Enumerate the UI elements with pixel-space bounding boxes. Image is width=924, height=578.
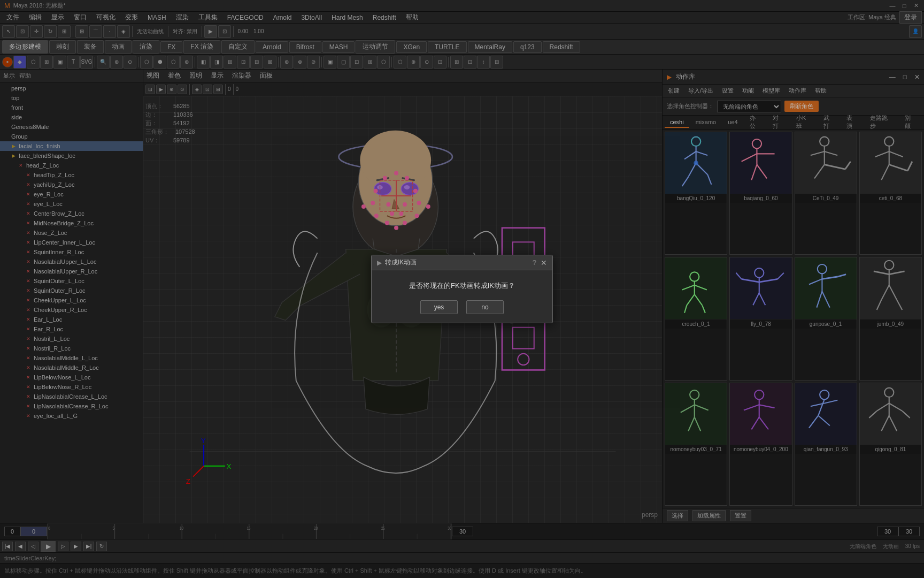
dialog-question-mark: ?: [533, 258, 536, 267]
dialog-title-icon: ▶: [377, 259, 382, 267]
dialog-message: 是否将现在的FK动画转成IK动画？: [380, 281, 544, 291]
dialog-no-btn[interactable]: no: [466, 300, 504, 314]
dialog-title-bar: ▶ 转成IK动画 ? ✕: [372, 255, 552, 270]
dialog-box: ▶ 转成IK动画 ? ✕ 是否将现在的FK动画转成IK动画？ yes no: [371, 255, 553, 323]
dialog-buttons: yes no: [380, 300, 544, 314]
dialog-yes-btn[interactable]: yes: [420, 300, 458, 314]
dialog-overlay: ▶ 转成IK动画 ? ✕ 是否将现在的FK动画转成IK动画？ yes no: [0, 0, 924, 578]
dialog-title-text: 转成IK动画: [385, 258, 533, 267]
dialog-close-btn[interactable]: ✕: [541, 258, 547, 267]
dialog-content: 是否将现在的FK动画转成IK动画？ yes no: [372, 270, 552, 323]
